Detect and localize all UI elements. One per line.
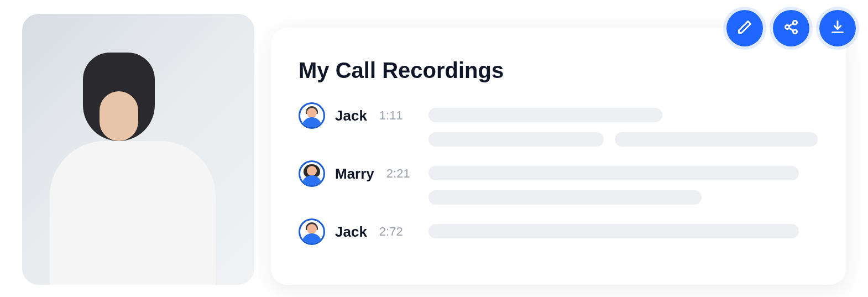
share-button[interactable] [773, 10, 809, 46]
card-title: My Call Recordings [299, 58, 818, 83]
recording-header: Jack 2:72 [299, 218, 428, 245]
recordings-card: My Call Recordings Jack 1:11 Marry [271, 28, 846, 285]
recording-row[interactable]: Jack 2:72 [299, 218, 818, 245]
action-buttons [726, 10, 856, 46]
download-button[interactable] [819, 10, 856, 46]
svg-line-4 [789, 28, 793, 31]
recording-header: Jack 1:11 [299, 102, 428, 129]
download-icon [830, 19, 845, 37]
pencil-icon [737, 19, 752, 37]
avatar [299, 218, 325, 245]
waveform-placeholder [428, 218, 818, 238]
recording-name: Jack [335, 223, 367, 241]
share-icon [783, 19, 799, 37]
recording-time: 1:11 [379, 108, 403, 123]
recording-name: Jack [335, 107, 367, 124]
edit-button[interactable] [726, 10, 763, 46]
avatar [299, 160, 325, 187]
profile-image [22, 14, 254, 285]
svg-line-3 [789, 24, 793, 27]
waveform-placeholder [428, 160, 818, 205]
recording-time: 2:72 [379, 225, 403, 239]
waveform-placeholder [428, 102, 818, 147]
recording-time: 2:21 [386, 166, 410, 181]
recording-row[interactable]: Jack 1:11 [299, 102, 818, 147]
recording-header: Marry 2:21 [299, 160, 428, 187]
recording-name: Marry [335, 165, 374, 183]
recording-row[interactable]: Marry 2:21 [299, 160, 818, 205]
avatar [299, 102, 325, 129]
